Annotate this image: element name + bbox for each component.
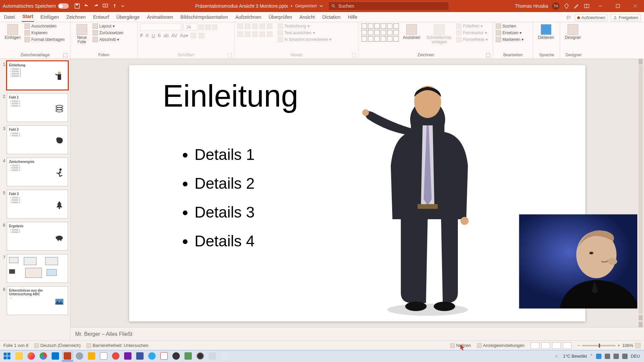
align-right-icon[interactable] bbox=[252, 32, 258, 37]
clipboard-launcher[interactable] bbox=[63, 53, 67, 57]
vertical-scrollbar[interactable] bbox=[637, 59, 644, 327]
increase-indent-icon[interactable] bbox=[260, 23, 265, 29]
scroll-fit-icon[interactable] bbox=[639, 322, 643, 327]
thumbnail-row[interactable]: 7 bbox=[1, 254, 68, 283]
tab-zeichnen[interactable]: Zeichnen bbox=[66, 12, 87, 22]
decrease-font-icon[interactable] bbox=[205, 24, 211, 30]
touch-mode-icon[interactable] bbox=[112, 3, 118, 9]
thumbnail-row[interactable]: 4Zwischenergnis• Detail 1• Detail 2• Det… bbox=[1, 158, 68, 186]
zoom-value[interactable]: 106% bbox=[622, 343, 633, 348]
qat-dropdown-icon[interactable] bbox=[121, 3, 124, 9]
redo-icon[interactable] bbox=[93, 3, 99, 9]
slide-title[interactable]: Einleitung bbox=[163, 78, 298, 114]
thumbnail-row[interactable]: 2Fakt 1• Detail 1• Detail 2• Detail 3 bbox=[1, 93, 68, 122]
document-title[interactable]: Präsentationsmodus Ansicht 3 Monitore.pp… bbox=[195, 3, 323, 9]
taskbar-app-5[interactable] bbox=[158, 351, 170, 361]
slide-thumbnails-pane[interactable]: 1Einleitung• Details 1• Details 2• Detai… bbox=[0, 59, 70, 341]
current-slide[interactable]: Einleitung Details 1Details 2Details 3De… bbox=[129, 65, 585, 321]
thumbnail-row[interactable]: 5Fakt 3• Detail 1• Detail 2• Detail 3 bbox=[1, 190, 68, 219]
text-direction-button[interactable]: Textrichtung▾ bbox=[278, 23, 331, 29]
align-text-button[interactable]: Text ausrichten▾ bbox=[278, 30, 331, 36]
drawing-launcher[interactable] bbox=[486, 53, 490, 57]
pen-icon[interactable] bbox=[574, 3, 580, 9]
autosave-toggle[interactable]: Automatisches Speichern bbox=[3, 3, 69, 9]
replace-button[interactable]: Ersetzen▾ bbox=[496, 30, 524, 36]
tray-app-icon[interactable] bbox=[605, 354, 610, 359]
close-button[interactable] bbox=[629, 0, 642, 12]
comments-icon[interactable] bbox=[566, 15, 572, 20]
normal-view-button[interactable] bbox=[531, 342, 539, 349]
tab-dictation[interactable]: Dictation bbox=[322, 12, 341, 22]
taskbar-app-2[interactable] bbox=[86, 351, 97, 361]
taskbar-chrome[interactable] bbox=[38, 351, 49, 361]
tab-uebergaenge[interactable]: Übergänge bbox=[116, 12, 140, 22]
search-box[interactable] bbox=[328, 2, 449, 10]
font-launcher[interactable] bbox=[228, 53, 232, 57]
align-left-icon[interactable] bbox=[237, 32, 243, 37]
tray-volume-icon[interactable] bbox=[622, 354, 628, 359]
find-button[interactable]: Suchen bbox=[496, 23, 524, 29]
tray-chevron-up-icon[interactable]: ˄ bbox=[590, 354, 593, 359]
font-family-input[interactable] bbox=[140, 23, 181, 31]
section-button[interactable]: Abschnitt▾ bbox=[93, 37, 123, 42]
thumbnail-row[interactable]: 6Ergebnis• Detail 1• Detail 2 bbox=[1, 222, 68, 251]
scroll-up-icon[interactable] bbox=[639, 59, 643, 64]
taskbar-app-4[interactable] bbox=[110, 351, 121, 361]
save-icon[interactable] bbox=[74, 3, 80, 9]
weather-text[interactable]: 1°C Bewölkt bbox=[563, 354, 587, 359]
taskbar-file-explorer[interactable] bbox=[13, 351, 25, 361]
user-avatar[interactable]: TH bbox=[552, 2, 559, 10]
tab-einfuegen[interactable]: Einfügen bbox=[40, 12, 60, 22]
taskbar-powerpoint[interactable] bbox=[62, 351, 73, 361]
text-shadow-button[interactable]: ab bbox=[163, 33, 169, 38]
tab-entwurf[interactable]: Entwurf bbox=[92, 12, 109, 22]
minimize-button[interactable] bbox=[594, 0, 607, 12]
reset-button[interactable]: Zurücksetzen bbox=[93, 30, 123, 36]
tab-ueberpruefen[interactable]: Überprüfen bbox=[268, 12, 293, 22]
font-color-icon[interactable] bbox=[199, 33, 204, 38]
slide-bullet-list[interactable]: Details 1Details 2Details 3Details 4 bbox=[181, 145, 255, 261]
paste-button[interactable]: Einfügen bbox=[3, 23, 22, 41]
dictate-button[interactable]: Diktieren bbox=[536, 23, 556, 41]
shape-effects-button[interactable]: Formeffekte▾ bbox=[456, 37, 488, 42]
tab-aufzeichnen[interactable]: Aufzeichnen bbox=[235, 12, 262, 22]
paragraph-launcher[interactable] bbox=[352, 53, 356, 57]
zoom-slider[interactable] bbox=[582, 345, 615, 346]
tab-ansicht[interactable]: Ansicht bbox=[299, 12, 316, 22]
thumbnail-row[interactable]: 3Fakt 2• Detail 1• Detail 2 bbox=[1, 125, 68, 154]
cut-button[interactable]: Ausschneiden bbox=[24, 23, 64, 29]
arrange-button[interactable]: Anordnen bbox=[401, 23, 422, 41]
taskbar-firefox[interactable] bbox=[25, 351, 37, 361]
taskbar-app-9[interactable] bbox=[207, 351, 218, 361]
strike-button[interactable]: S bbox=[158, 33, 161, 38]
fit-to-window-button[interactable] bbox=[635, 343, 641, 348]
quick-styles-button[interactable]: Schnellformat- vorlagen bbox=[424, 23, 454, 45]
tray-onedrive-icon[interactable] bbox=[596, 354, 601, 359]
taskbar-onenote[interactable] bbox=[122, 351, 133, 361]
tray-network-icon[interactable] bbox=[613, 354, 619, 359]
tray-language[interactable]: DEU bbox=[631, 354, 640, 359]
select-button[interactable]: Markieren▾ bbox=[496, 37, 524, 42]
tab-start[interactable]: Start bbox=[22, 12, 34, 22]
copy-button[interactable]: Kopieren bbox=[24, 30, 64, 36]
shapes-gallery[interactable] bbox=[362, 23, 399, 42]
zoom-out-button[interactable]: − bbox=[578, 343, 580, 348]
layout-button[interactable]: Layout▾ bbox=[93, 23, 123, 29]
tab-bildschirmpraesentation[interactable]: Bildschirmpräsentation bbox=[180, 12, 229, 22]
taskbar-app-1[interactable] bbox=[74, 351, 85, 361]
columns-icon[interactable] bbox=[267, 32, 272, 37]
taskbar-app-10[interactable] bbox=[219, 351, 230, 361]
line-spacing-icon[interactable] bbox=[267, 23, 272, 29]
slide-bullet[interactable]: Details 1 bbox=[195, 145, 255, 164]
numbering-icon[interactable] bbox=[245, 23, 250, 29]
user-name[interactable]: Thomas Hruska bbox=[515, 3, 548, 9]
taskbar-app-8[interactable] bbox=[195, 351, 206, 361]
slide-canvas[interactable]: Einleitung Details 1Details 2Details 3De… bbox=[70, 59, 644, 327]
taskbar-app-7[interactable] bbox=[182, 351, 194, 361]
italic-button[interactable]: K bbox=[146, 33, 149, 38]
slide-counter[interactable]: Folie 1 von 8 bbox=[3, 343, 28, 348]
diamond-icon[interactable] bbox=[564, 3, 570, 9]
taskbar-visio[interactable] bbox=[134, 351, 146, 361]
font-size-input[interactable]: 24 bbox=[182, 23, 197, 31]
thumbnail-row[interactable]: 8Erkenntnisse aus der Untersuchung ABC• bbox=[1, 286, 68, 315]
